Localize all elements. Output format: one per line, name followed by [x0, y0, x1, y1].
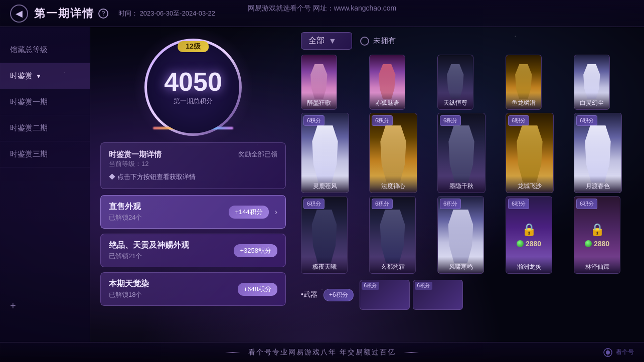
card-yuedu[interactable]: 6积分 月渡春色	[574, 113, 622, 193]
sidebar-item-zongdengjie[interactable]: 馆藏总等级	[0, 37, 90, 63]
lock-price: 2880	[517, 240, 541, 248]
filter-select[interactable]: 全部 ▼	[301, 32, 352, 50]
char-figure	[514, 125, 545, 183]
card-inner: 6积分 月渡春色	[574, 113, 621, 193]
bottom-bar: 看个号专业网易游戏八年 年交易额过百亿 看个号	[0, 342, 644, 362]
radio-circle-icon	[360, 37, 369, 46]
card-bailinghaunchen[interactable]: 白灵幻尘	[574, 55, 610, 110]
weapon-cards: 6积分 6积分	[360, 280, 463, 310]
weapon-card-2[interactable]: 6积分	[413, 280, 463, 310]
info-box: 时鉴赏一期详情 奖励全部已领 当前等级：12 ◆ 点击下方按钮查看获取详情	[100, 142, 286, 189]
top-bar: ◀ 第一期详情 ? 时间： 2023-06-30至-2024-03-22 网易游…	[0, 0, 644, 27]
action-sub: 已解锁18个	[109, 290, 149, 299]
card-xuandu[interactable]: 6积分 玄都灼霜	[369, 196, 416, 274]
card-name: 林泽仙踪	[574, 257, 620, 273]
right-panel: 全部 ▼ 未拥有 醉墨狂歌 赤狐魅语	[296, 27, 644, 342]
filter-selected-value: 全部	[308, 36, 325, 46]
card-row-2: 6积分 灵鹿苍风 6积分 法度禅心 6积分 墨隐千秋	[301, 113, 639, 193]
bottom-text: 看个号专业网易游戏八年 年交易额过百亿	[248, 348, 396, 357]
action-row-supreme[interactable]: 绝品、天贡及神赐外观 已解锁21个 +3258积分	[100, 234, 286, 267]
card-hanzhou[interactable]: 6积分 🔒 2880 瀚洲龙炎	[506, 196, 552, 274]
card-inner: 6积分 龙城飞沙	[506, 113, 553, 193]
weapon-section: •武器 +6积分 6积分 6积分	[301, 278, 639, 312]
action-row-right: +144积分 ›	[229, 206, 277, 219]
card-moyin[interactable]: 6积分 墨隐千秋	[437, 113, 486, 193]
filter-radio-unowned[interactable]: 未拥有	[360, 36, 396, 46]
level-circle: 4050 第一期总积分 12级	[143, 37, 243, 137]
action-title: 直售外观	[109, 202, 142, 212]
center-panel: 4050 第一期总积分 12级 时鉴赏一期详情 奖励全部已领 当前等级：12 ◆…	[90, 27, 296, 342]
card-badge: 6积分	[372, 199, 393, 209]
weapon-card-badge: 6积分	[415, 282, 433, 290]
card-badge: 6积分	[576, 199, 597, 209]
card-zuimokuangge[interactable]: 醉墨狂歌	[301, 55, 337, 110]
card-name: 灵鹿苍风	[301, 176, 349, 193]
card-name: 极夜天曦	[301, 257, 347, 273]
card-inner: 6积分 法度禅心	[370, 113, 417, 193]
card-inner: 6积分 灵鹿苍风	[301, 113, 349, 193]
card-yulonglinqian[interactable]: 鱼龙鳞潜	[506, 55, 542, 110]
filter-bar: 全部 ▼ 未拥有	[301, 32, 639, 50]
card-chihunmeiyu[interactable]: 赤狐魅语	[369, 55, 405, 110]
score-number: 4050	[164, 69, 222, 95]
action-row-dye[interactable]: 本期天觉染 已解锁18个 +648积分	[100, 272, 286, 306]
reward-status: 奖励全部已领	[238, 150, 277, 159]
card-longcheng[interactable]: 6积分 龙城飞沙	[506, 113, 554, 193]
card-inner: 6积分 玄都灼霜	[370, 197, 415, 273]
card-name: 玄都灼霜	[370, 257, 415, 273]
card-badge: 6积分	[440, 199, 461, 209]
action-row-right: +648积分	[238, 283, 277, 296]
card-fengxiao[interactable]: 6积分 风啸寒鸣	[437, 196, 484, 274]
lock-container: 🔒 2880	[517, 223, 541, 248]
price-value: 2880	[594, 240, 609, 248]
card-name: 月渡春色	[574, 176, 621, 193]
card-inner: 天纵恒尊	[438, 55, 473, 109]
card-linglu[interactable]: 6积分 灵鹿苍风	[301, 113, 349, 193]
card-name: 天纵恒尊	[438, 93, 473, 109]
action-row-content: 本期天觉染 已解锁18个	[109, 279, 149, 299]
level-badge: 12级	[178, 41, 209, 52]
chevron-down-icon: ▼	[36, 73, 42, 80]
gem-icon	[517, 240, 524, 247]
lock-price: 2880	[585, 240, 609, 248]
lock-icon: 🔒	[522, 223, 537, 237]
char-figure	[309, 125, 340, 183]
info-box-title: 时鉴赏一期详情	[109, 150, 162, 158]
action-row-right: +3258积分	[234, 244, 277, 257]
card-jiye[interactable]: 6积分 极夜天曦	[301, 196, 348, 274]
sidebar-item-qi3[interactable]: 时鉴赏三期	[0, 141, 90, 167]
char-figure	[309, 210, 339, 263]
sidebar-item-label: 馆藏总等级	[10, 45, 48, 55]
card-badge: 6积分	[303, 115, 325, 126]
sidebar-plus-button[interactable]: +	[10, 300, 16, 312]
sidebar-item-shijianshang[interactable]: 时鉴赏 ▼	[0, 63, 90, 89]
card-inner: 6积分 🔒 2880 林泽仙踪	[574, 197, 620, 273]
radio-label: 未拥有	[373, 36, 396, 46]
info-box-header: 时鉴赏一期详情 奖励全部已领	[109, 150, 277, 159]
card-linze[interactable]: 6积分 🔒 2880 林泽仙踪	[574, 196, 620, 274]
char-figure	[378, 125, 408, 183]
action-sub: 已解锁24个	[109, 213, 142, 222]
card-badge: 6积分	[372, 115, 393, 126]
chevron-right-icon: ›	[275, 208, 277, 217]
help-icon[interactable]: ?	[98, 9, 108, 19]
action-row-content: 绝品、天贡及神赐外观 已解锁21个	[109, 240, 189, 261]
weapon-card-1[interactable]: 6积分	[360, 280, 410, 310]
card-badge: 6积分	[576, 115, 597, 126]
action-row-direct[interactable]: 直售外观 已解锁24个 +144积分 ›	[100, 195, 286, 229]
back-button[interactable]: ◀	[10, 5, 28, 23]
sidebar-item-label: 时鉴赏	[10, 71, 33, 81]
sidebar-item-qi1[interactable]: 时鉴赏一期	[0, 89, 90, 115]
bottom-divider-right	[404, 352, 419, 353]
sidebar-item-label: 时鉴赏一期	[10, 97, 48, 107]
sidebar-item-label: 时鉴赏三期	[10, 149, 48, 159]
logo-icon	[603, 347, 613, 357]
action-badge: +648积分	[238, 283, 277, 296]
card-fadu[interactable]: 6积分 法度禅心	[369, 113, 417, 193]
card-name: 白灵幻尘	[574, 93, 609, 109]
card-tianzonghenghzun[interactable]: 天纵恒尊	[437, 55, 473, 110]
hint-text: ◆ 点击下方按钮查看获取详情	[109, 172, 277, 182]
card-name: 风啸寒鸣	[438, 257, 484, 273]
sidebar-item-qi2[interactable]: 时鉴赏二期	[0, 115, 90, 141]
watermark: 网易游戏就选看个号 网址：www.kangchao.com	[248, 4, 396, 13]
